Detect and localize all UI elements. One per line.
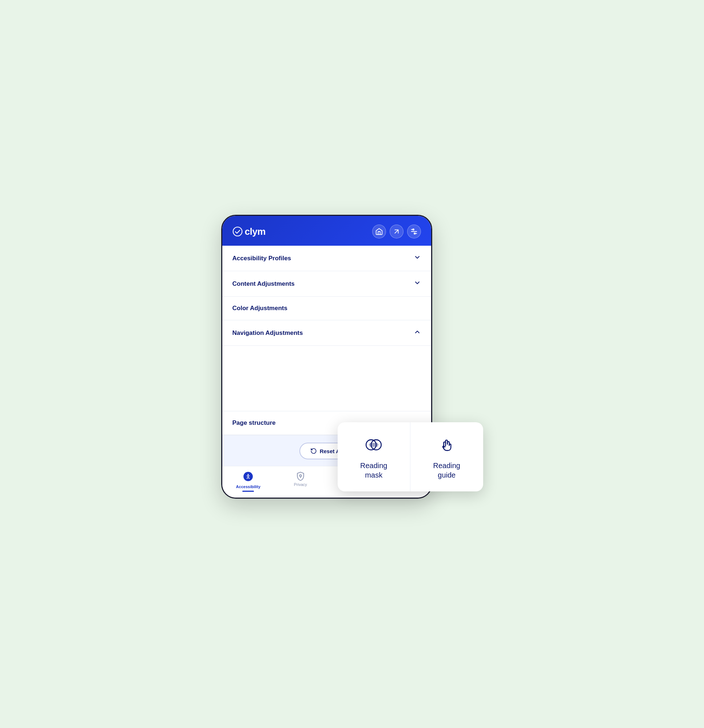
accordion-title-navigation-adjustments: Navigation Adjustments: [232, 329, 303, 337]
logo-text: clym: [245, 226, 265, 237]
expand-button[interactable]: [390, 225, 404, 238]
reading-guide-label: Readingguide: [433, 461, 460, 480]
accordion-header-color-adjustments[interactable]: Color Adjustments: [222, 297, 431, 320]
reading-mask-label: Readingmask: [360, 461, 388, 480]
card-reading-mask[interactable]: Readingmask: [338, 422, 411, 491]
chevron-up-icon-navigation: [414, 328, 421, 337]
svg-point-0: [233, 227, 242, 236]
nav-active-indicator: [242, 491, 254, 492]
svg-point-7: [248, 474, 249, 475]
accordion-title-page-structure: Page structure: [232, 419, 276, 427]
chevron-down-icon-profiles: [414, 254, 421, 263]
logo: clym: [232, 226, 265, 237]
accordion-item-content-adjustments: Content Adjustments: [222, 271, 431, 297]
floating-nav-card: Readingmask Readingguide: [338, 422, 483, 491]
accessibility-nav-label: Accessibility: [236, 484, 261, 489]
header-buttons: [372, 225, 421, 238]
reading-guide-icon: [437, 435, 456, 454]
svg-point-4: [413, 229, 414, 230]
accordion-header-accessibility-profiles[interactable]: Accesibility Profiles: [222, 246, 431, 271]
nav-item-accessibility[interactable]: Accessibility: [222, 470, 275, 492]
accordion-header-content-adjustments[interactable]: Content Adjustments: [222, 271, 431, 296]
accordion-item-color-adjustments: Color Adjustments: [222, 297, 431, 320]
nav-expanded-space: [222, 346, 431, 411]
privacy-nav-icon: [296, 471, 305, 481]
reading-mask-icon: [364, 435, 383, 454]
svg-point-5: [414, 233, 415, 234]
settings-button[interactable]: [407, 225, 421, 238]
home-button[interactable]: [372, 225, 386, 238]
accessibility-nav-icon: [243, 471, 253, 482]
card-reading-guide[interactable]: Readingguide: [410, 422, 483, 491]
nav-item-privacy[interactable]: Privacy: [274, 470, 327, 492]
logo-icon: [232, 227, 243, 237]
app-header: clym: [222, 216, 431, 246]
accordion-item-accessibility-profiles: Accesibility Profiles: [222, 246, 431, 271]
accordion-header-navigation-adjustments[interactable]: Navigation Adjustments: [222, 320, 431, 345]
accordion-item-navigation-adjustments: Navigation Adjustments: [222, 320, 431, 346]
chevron-down-icon-content: [414, 279, 421, 288]
reset-icon: [310, 448, 317, 454]
accordion-title-accessibility-profiles: Accesibility Profiles: [232, 255, 291, 262]
accordion-title-content-adjustments: Content Adjustments: [232, 280, 295, 287]
privacy-nav-label: Privacy: [294, 482, 307, 487]
accordion-title-color-adjustments: Color Adjustments: [232, 305, 287, 312]
scene: clym: [221, 215, 483, 513]
